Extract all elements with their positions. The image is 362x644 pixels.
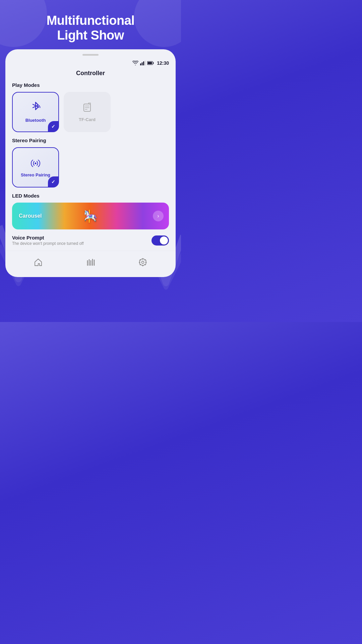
bluetooth-icon [31, 101, 41, 115]
controller-title: Controller [5, 67, 176, 82]
svg-rect-3 [145, 61, 146, 65]
arrow-right-icon: › [157, 213, 159, 219]
stereo-check: ✓ [48, 176, 59, 187]
status-bar: 12:30 [5, 59, 176, 67]
nav-home[interactable] [30, 256, 46, 269]
battery-icon [147, 61, 154, 65]
svg-point-11 [35, 163, 37, 164]
stereo-icon [29, 157, 42, 170]
stereo-pairing-section: Stereo Pairing Stereo Pairing ✓ [5, 138, 176, 193]
play-modes-section: Play Modes Bluetooth ✓ [5, 82, 176, 138]
svg-rect-0 [140, 63, 141, 65]
voice-prompt-row: Voice Prompt The device won't prompt onc… [5, 235, 176, 246]
status-time: 12:30 [157, 60, 169, 66]
carousel-icon: 🎠 [83, 209, 98, 223]
phone-card: 12:30 Controller Play Modes Bluetooth [5, 49, 176, 277]
stereo-pairing-label: Stereo Pairing [12, 138, 169, 143]
wifi-icon [132, 61, 138, 65]
svg-point-22 [142, 261, 144, 264]
svg-rect-2 [143, 61, 144, 65]
signal-icon [140, 61, 145, 65]
stereo-card-label: Stereo Pairing [21, 172, 50, 177]
equalizer-icon [86, 258, 95, 267]
led-banner-label: Carousel [19, 213, 42, 219]
play-modes-cards: Bluetooth ✓ TF-Card [12, 92, 169, 132]
svg-rect-5 [148, 62, 152, 64]
bottom-nav [5, 251, 176, 270]
led-banner[interactable]: Carousel 🎠 › [12, 203, 169, 229]
settings-icon [138, 258, 147, 267]
voice-prompt-toggle[interactable] [152, 235, 169, 246]
bluetooth-check: ✓ [48, 121, 59, 132]
led-modes-label: LED Modes [12, 193, 169, 199]
svg-rect-6 [153, 62, 154, 64]
led-modes-section: LED Modes Carousel 🎠 › [5, 193, 176, 235]
tfcard-card[interactable]: TF-Card [64, 92, 111, 132]
led-banner-arrow[interactable]: › [153, 211, 164, 221]
tfcard-icon [82, 102, 92, 114]
home-icon [34, 258, 43, 267]
voice-prompt-description: The device won't prompt once turned off [12, 241, 84, 246]
tfcard-label: TF-Card [79, 117, 96, 122]
svg-rect-1 [142, 62, 143, 65]
bluetooth-card[interactable]: Bluetooth ✓ [12, 92, 59, 132]
voice-prompt-text: Voice Prompt The device won't prompt onc… [12, 235, 84, 246]
header-title-line2: Light Show [57, 28, 124, 42]
drag-handle [82, 54, 99, 56]
nav-settings[interactable] [135, 256, 151, 269]
stereo-pairing-card[interactable]: Stereo Pairing ✓ [12, 147, 59, 187]
nav-equalizer[interactable] [82, 256, 99, 269]
toggle-knob [160, 236, 168, 245]
play-modes-label: Play Modes [12, 82, 169, 88]
bluetooth-label: Bluetooth [25, 118, 46, 123]
header-title-line1: Multifunctional [47, 13, 135, 28]
voice-prompt-label: Voice Prompt [12, 235, 84, 240]
status-icons: 12:30 [132, 60, 169, 66]
